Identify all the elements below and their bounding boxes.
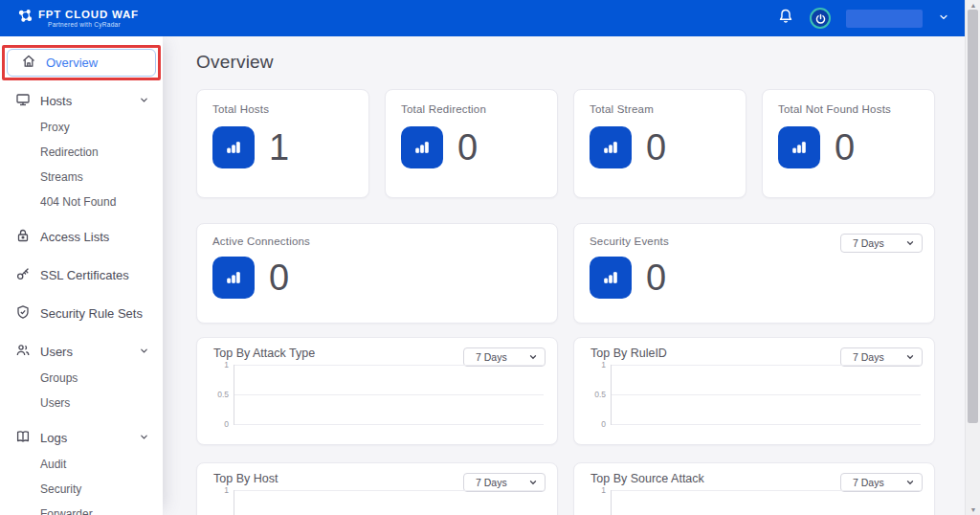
book-icon [15,429,31,447]
monitor-icon [15,92,31,110]
gridline [611,490,921,491]
scroll-down-arrow[interactable]: ▼ [966,506,980,513]
sidebar-item-label: Overview [46,56,98,70]
bar-chart-icon [212,257,255,299]
chevron-down-icon[interactable] [139,345,149,359]
sidebar-item-proxy[interactable]: Proxy [0,115,163,140]
period-select-value: 7 Days [853,237,884,249]
power-status-icon[interactable] [810,8,831,29]
home-icon [21,54,36,73]
lock-icon [15,228,31,246]
y-axis-tick: 0 [574,419,606,429]
y-axis-line [234,365,234,425]
sidebar-sub-label: Audit [40,458,66,471]
sidebar-sub-label: 404 Not Found [40,195,116,209]
security-events-card: Security Events 7 Days 0 [573,223,935,324]
sidebar-item-audit[interactable]: Audit [0,452,163,477]
bar-chart-icon [590,126,632,168]
brand-subtitle: Partnered with CyRadar [38,21,139,29]
main-content: Overview Total Hosts 1 Total Redirection [163,36,965,515]
empty-line-chart: 1 0.5 [574,463,934,515]
account-chevron-down-icon[interactable] [938,10,949,27]
top-by-source-attack-chart-card: Top By Source Attack 7 Days 1 0.5 [573,462,935,515]
top-by-ruleid-chart-card: Top By RuleID 7 Days 1 0.5 0 [573,337,935,445]
stat-value: 0 [457,126,478,168]
sidebar-item-streams[interactable]: Streams [0,165,163,190]
sidebar-sub-label: Proxy [40,121,70,134]
y-axis-line [234,490,234,515]
gridline [234,424,544,425]
sidebar-sub-label: Redirection [40,146,99,159]
top-by-host-chart-card: Top By Host 7 Days 1 0.5 [196,462,558,515]
active-connections-card: Active Connections 0 [196,223,558,324]
gridline [611,365,921,366]
sidebar-sub-label: Forwarder [40,507,93,515]
total-hosts-card: Total Hosts 1 [196,89,369,198]
y-axis-line [611,365,612,425]
notifications-bell-icon[interactable] [777,8,794,29]
sidebar-item-overview[interactable]: Overview [7,49,156,77]
sidebar-item-groups[interactable]: Groups [0,366,163,391]
users-icon [15,343,31,361]
vertical-scrollbar[interactable]: ▲ ▼ [965,0,980,515]
empty-line-chart: 1 0.5 [197,463,557,515]
sidebar-item-label: SSL Certificates [40,268,149,282]
y-axis-tick: 1 [197,485,229,495]
top-by-attack-type-chart-card: Top By Attack Type 7 Days 1 0.5 0 [196,337,558,445]
period-select[interactable]: 7 Days [840,234,923,253]
stat-value: 1 [269,126,289,168]
user-account-box[interactable] [846,10,923,28]
topbar: FPT CLOUD WAF Partnered with CyRadar [0,0,965,36]
key-icon [15,266,31,284]
sidebar-item-ssl-certificates[interactable]: SSL Certificates [0,260,163,289]
sidebar-item-security-log[interactable]: Security [0,477,163,502]
chevron-down-icon [905,238,915,248]
stat-value: 0 [269,257,289,299]
card-label: Active Connections [212,235,542,247]
page-title: Overview [196,52,274,73]
bar-chart-icon [212,126,255,168]
total-redirection-card: Total Redirection 0 [385,89,558,198]
y-axis-tick: 0.5 [574,390,606,399]
sidebar-item-access-lists[interactable]: Access Lists [0,222,163,251]
gridline [611,424,921,425]
sidebar-item-label: Users [40,345,129,359]
total-not-found-hosts-card: Total Not Found Hosts 0 [762,89,935,198]
sidebar-item-label: Access Lists [40,230,149,244]
brand-logo[interactable]: FPT CLOUD WAF Partnered with CyRadar [17,9,139,29]
card-label: Total Stream [590,103,730,115]
sidebar-item-users-sub[interactable]: Users [0,391,163,415]
sidebar-item-security-rule-sets[interactable]: Security Rule Sets [0,299,163,327]
sidebar-item-label: Security Rule Sets [40,306,149,321]
sidebar-item-redirection[interactable]: Redirection [0,140,163,165]
sidebar-sub-label: Security [40,482,81,496]
card-label: Total Hosts [212,103,353,115]
scrollbar-thumb[interactable] [968,10,978,423]
sidebar-item-404-not-found[interactable]: 404 Not Found [0,190,163,214]
network-logo-icon [17,9,33,29]
y-axis-tick: 0.5 [197,390,229,399]
y-axis-tick: 0 [197,419,229,429]
chevron-down-icon[interactable] [139,94,149,108]
stat-value: 0 [646,126,666,168]
bar-chart-icon [590,257,632,299]
shield-check-icon [15,304,31,323]
sidebar-item-logs[interactable]: Logs [0,423,163,452]
sidebar-item-label: Logs [40,431,129,445]
stat-value: 0 [835,126,855,168]
scroll-up-arrow[interactable]: ▲ [966,2,980,9]
y-axis-tick: 1 [574,485,606,495]
gridline [611,394,921,395]
sidebar-item-hosts[interactable]: Hosts [0,86,163,115]
sidebar-item-forwarder[interactable]: Forwarder [0,502,163,515]
gridline [234,365,544,366]
gridline [234,394,544,395]
empty-line-chart: 1 0.5 0 [574,338,934,444]
empty-line-chart: 1 0.5 0 [197,338,557,444]
sidebar-item-users[interactable]: Users [0,337,163,366]
card-label: Total Not Found Hosts [778,103,919,115]
chevron-down-icon[interactable] [139,431,149,445]
brand-title: FPT CLOUD WAF [38,9,139,21]
sidebar-sub-label: Users [40,396,70,410]
bar-chart-icon [778,126,820,168]
